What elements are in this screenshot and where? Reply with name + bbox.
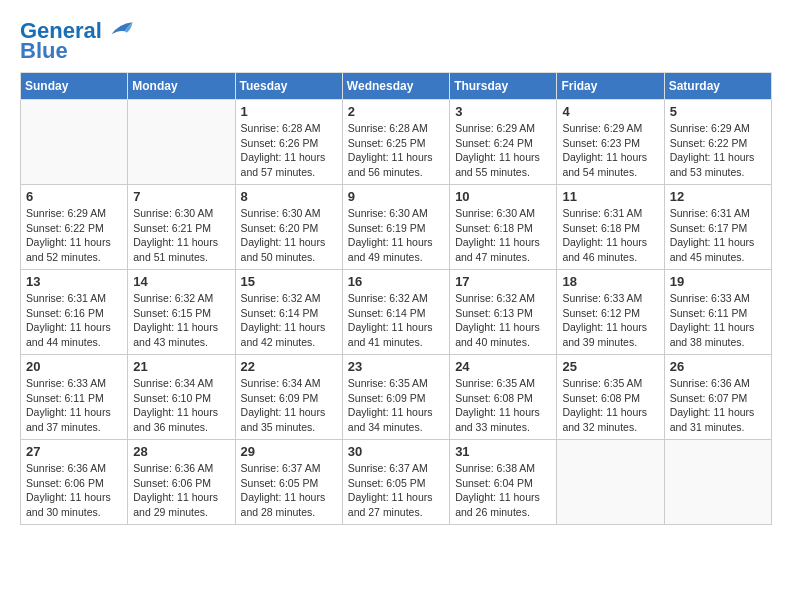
day-info: Sunrise: 6:32 AMSunset: 6:15 PMDaylight:… [133,291,229,350]
calendar-cell: 8Sunrise: 6:30 AMSunset: 6:20 PMDaylight… [235,185,342,270]
logo-bird-icon [104,20,134,38]
calendar-cell: 15Sunrise: 6:32 AMSunset: 6:14 PMDayligh… [235,270,342,355]
day-info: Sunrise: 6:28 AMSunset: 6:25 PMDaylight:… [348,121,444,180]
calendar-header-row: SundayMondayTuesdayWednesdayThursdayFrid… [21,73,772,100]
calendar-cell: 31Sunrise: 6:38 AMSunset: 6:04 PMDayligh… [450,440,557,525]
day-number: 21 [133,359,229,374]
day-number: 7 [133,189,229,204]
calendar-cell: 9Sunrise: 6:30 AMSunset: 6:19 PMDaylight… [342,185,449,270]
calendar-week-row: 6Sunrise: 6:29 AMSunset: 6:22 PMDaylight… [21,185,772,270]
page-header: General Blue [20,20,772,62]
calendar-cell: 27Sunrise: 6:36 AMSunset: 6:06 PMDayligh… [21,440,128,525]
day-info: Sunrise: 6:30 AMSunset: 6:21 PMDaylight:… [133,206,229,265]
day-info: Sunrise: 6:37 AMSunset: 6:05 PMDaylight:… [348,461,444,520]
day-info: Sunrise: 6:29 AMSunset: 6:22 PMDaylight:… [670,121,766,180]
day-number: 1 [241,104,337,119]
day-info: Sunrise: 6:33 AMSunset: 6:11 PMDaylight:… [670,291,766,350]
day-number: 22 [241,359,337,374]
day-info: Sunrise: 6:31 AMSunset: 6:17 PMDaylight:… [670,206,766,265]
weekday-header-tuesday: Tuesday [235,73,342,100]
day-number: 16 [348,274,444,289]
day-number: 13 [26,274,122,289]
calendar-cell: 12Sunrise: 6:31 AMSunset: 6:17 PMDayligh… [664,185,771,270]
day-number: 9 [348,189,444,204]
calendar-cell: 20Sunrise: 6:33 AMSunset: 6:11 PMDayligh… [21,355,128,440]
day-info: Sunrise: 6:35 AMSunset: 6:08 PMDaylight:… [455,376,551,435]
calendar-week-row: 20Sunrise: 6:33 AMSunset: 6:11 PMDayligh… [21,355,772,440]
calendar-cell: 5Sunrise: 6:29 AMSunset: 6:22 PMDaylight… [664,100,771,185]
day-number: 6 [26,189,122,204]
weekday-header-friday: Friday [557,73,664,100]
calendar-cell: 1Sunrise: 6:28 AMSunset: 6:26 PMDaylight… [235,100,342,185]
calendar-cell: 22Sunrise: 6:34 AMSunset: 6:09 PMDayligh… [235,355,342,440]
calendar-cell: 4Sunrise: 6:29 AMSunset: 6:23 PMDaylight… [557,100,664,185]
day-info: Sunrise: 6:31 AMSunset: 6:16 PMDaylight:… [26,291,122,350]
day-info: Sunrise: 6:34 AMSunset: 6:10 PMDaylight:… [133,376,229,435]
day-number: 12 [670,189,766,204]
weekday-header-saturday: Saturday [664,73,771,100]
day-info: Sunrise: 6:35 AMSunset: 6:09 PMDaylight:… [348,376,444,435]
day-number: 15 [241,274,337,289]
day-info: Sunrise: 6:37 AMSunset: 6:05 PMDaylight:… [241,461,337,520]
day-number: 10 [455,189,551,204]
calendar-cell: 13Sunrise: 6:31 AMSunset: 6:16 PMDayligh… [21,270,128,355]
calendar-table: SundayMondayTuesdayWednesdayThursdayFrid… [20,72,772,525]
day-info: Sunrise: 6:30 AMSunset: 6:20 PMDaylight:… [241,206,337,265]
day-number: 27 [26,444,122,459]
calendar-cell: 24Sunrise: 6:35 AMSunset: 6:08 PMDayligh… [450,355,557,440]
day-number: 8 [241,189,337,204]
calendar-cell: 16Sunrise: 6:32 AMSunset: 6:14 PMDayligh… [342,270,449,355]
day-number: 23 [348,359,444,374]
day-number: 26 [670,359,766,374]
calendar-cell: 29Sunrise: 6:37 AMSunset: 6:05 PMDayligh… [235,440,342,525]
calendar-cell [128,100,235,185]
calendar-week-row: 1Sunrise: 6:28 AMSunset: 6:26 PMDaylight… [21,100,772,185]
day-info: Sunrise: 6:32 AMSunset: 6:13 PMDaylight:… [455,291,551,350]
day-number: 28 [133,444,229,459]
weekday-header-sunday: Sunday [21,73,128,100]
calendar-cell: 2Sunrise: 6:28 AMSunset: 6:25 PMDaylight… [342,100,449,185]
calendar-cell: 25Sunrise: 6:35 AMSunset: 6:08 PMDayligh… [557,355,664,440]
calendar-cell: 14Sunrise: 6:32 AMSunset: 6:15 PMDayligh… [128,270,235,355]
day-number: 3 [455,104,551,119]
day-info: Sunrise: 6:33 AMSunset: 6:12 PMDaylight:… [562,291,658,350]
day-number: 20 [26,359,122,374]
calendar-cell: 28Sunrise: 6:36 AMSunset: 6:06 PMDayligh… [128,440,235,525]
day-info: Sunrise: 6:29 AMSunset: 6:23 PMDaylight:… [562,121,658,180]
day-info: Sunrise: 6:35 AMSunset: 6:08 PMDaylight:… [562,376,658,435]
calendar-cell: 21Sunrise: 6:34 AMSunset: 6:10 PMDayligh… [128,355,235,440]
day-number: 11 [562,189,658,204]
day-info: Sunrise: 6:38 AMSunset: 6:04 PMDaylight:… [455,461,551,520]
calendar-cell [664,440,771,525]
calendar-cell: 30Sunrise: 6:37 AMSunset: 6:05 PMDayligh… [342,440,449,525]
calendar-cell: 10Sunrise: 6:30 AMSunset: 6:18 PMDayligh… [450,185,557,270]
calendar-week-row: 13Sunrise: 6:31 AMSunset: 6:16 PMDayligh… [21,270,772,355]
weekday-header-thursday: Thursday [450,73,557,100]
day-number: 18 [562,274,658,289]
logo-blue-text: Blue [20,40,68,62]
calendar-cell: 26Sunrise: 6:36 AMSunset: 6:07 PMDayligh… [664,355,771,440]
day-info: Sunrise: 6:33 AMSunset: 6:11 PMDaylight:… [26,376,122,435]
day-number: 4 [562,104,658,119]
day-info: Sunrise: 6:28 AMSunset: 6:26 PMDaylight:… [241,121,337,180]
day-info: Sunrise: 6:30 AMSunset: 6:19 PMDaylight:… [348,206,444,265]
calendar-cell: 17Sunrise: 6:32 AMSunset: 6:13 PMDayligh… [450,270,557,355]
day-info: Sunrise: 6:36 AMSunset: 6:07 PMDaylight:… [670,376,766,435]
calendar-cell: 19Sunrise: 6:33 AMSunset: 6:11 PMDayligh… [664,270,771,355]
day-info: Sunrise: 6:32 AMSunset: 6:14 PMDaylight:… [348,291,444,350]
calendar-cell: 6Sunrise: 6:29 AMSunset: 6:22 PMDaylight… [21,185,128,270]
calendar-cell [21,100,128,185]
day-number: 17 [455,274,551,289]
day-info: Sunrise: 6:31 AMSunset: 6:18 PMDaylight:… [562,206,658,265]
day-number: 19 [670,274,766,289]
day-info: Sunrise: 6:29 AMSunset: 6:24 PMDaylight:… [455,121,551,180]
day-number: 2 [348,104,444,119]
day-info: Sunrise: 6:32 AMSunset: 6:14 PMDaylight:… [241,291,337,350]
day-number: 5 [670,104,766,119]
logo: General Blue [20,20,134,62]
calendar-cell [557,440,664,525]
calendar-cell: 11Sunrise: 6:31 AMSunset: 6:18 PMDayligh… [557,185,664,270]
day-number: 24 [455,359,551,374]
calendar-cell: 7Sunrise: 6:30 AMSunset: 6:21 PMDaylight… [128,185,235,270]
day-number: 30 [348,444,444,459]
